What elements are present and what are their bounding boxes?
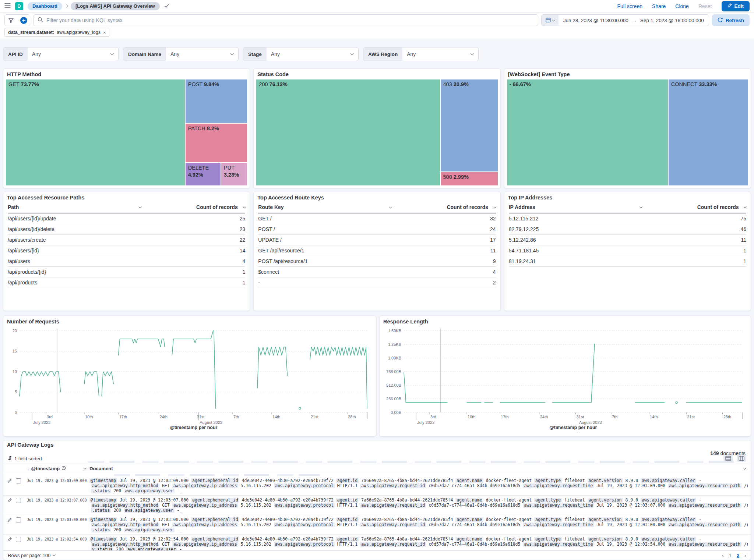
table-row[interactable]: /api/users/{id}/delete 23 <box>8 224 245 235</box>
filter-funnel-icon[interactable] <box>5 15 17 26</box>
panel-response-length: Response Length 0.00B256.00B512.00B768.0… <box>379 316 751 436</box>
table-row[interactable]: 54.71.181.45 1 <box>509 245 746 256</box>
table-row[interactable]: 82.79.12.225 46 <box>509 224 746 235</box>
panel-websocket-event-type: [WebSocket] Event Type - 66.67% CONNECT … <box>504 68 751 188</box>
filter-pill[interactable]: data_stream.dataset: aws.apigateway_logs… <box>4 28 109 37</box>
treemap-tile-500[interactable]: 500 2.99% <box>440 172 498 186</box>
page-1-button[interactable]: 1 <box>729 553 732 558</box>
clone-link[interactable]: Clone <box>675 3 689 9</box>
table-row[interactable]: POST /api/resource/1 9 <box>258 256 496 267</box>
prev-page-icon[interactable]: ‹ <box>722 553 724 558</box>
treemap-tile-put[interactable]: PUT 3.28% <box>221 163 247 186</box>
date-to[interactable]: Sep 1, 2023 @ 16:00:00.000 <box>640 18 704 23</box>
clock-icon <box>61 466 66 471</box>
breadcrumb-dashboard[interactable]: Dashboard <box>28 2 62 10</box>
table-row[interactable]: UPDATE / 17 <box>258 235 496 245</box>
table-row[interactable]: /api/products 1 <box>8 277 245 288</box>
kql-input[interactable] <box>46 17 534 23</box>
table-row[interactable]: 81.19.24.31 1 <box>509 256 746 267</box>
column-header-count-of-records[interactable]: Count of records <box>646 204 746 210</box>
svg-text:256.00B: 256.00B <box>386 397 401 401</box>
control-value: Any <box>166 51 231 57</box>
dashboard-canvas: API ID Any Domain Name Any Stage Any AWS… <box>0 39 754 560</box>
table-row[interactable]: /api/users 4 <box>8 256 245 267</box>
treemap-tile-patch[interactable]: PATCH 8.2% <box>185 123 248 163</box>
treemap-tile-200[interactable]: 200 76.12% <box>256 79 440 186</box>
row-checkbox[interactable] <box>16 537 21 542</box>
table-row[interactable]: - 2 <box>258 277 496 288</box>
panel-title: Top Accessed Route Keys <box>254 192 500 202</box>
treemap-tile-post[interactable]: POST 9.84% <box>185 79 248 123</box>
row-checkbox[interactable] <box>16 517 21 522</box>
reset-link[interactable]: Reset <box>698 3 712 9</box>
expand-row-icon[interactable] <box>3 498 16 515</box>
svg-text:31st: 31st <box>197 415 205 419</box>
menu-icon[interactable] <box>4 3 11 9</box>
breadcrumb: Dashboard [Logs AWS] API Gateway Overvie… <box>28 2 169 10</box>
treemap-tile-403[interactable]: 403 20.9% <box>440 79 498 172</box>
svg-text:0: 0 <box>15 410 17 415</box>
expand-row-icon[interactable] <box>3 537 16 550</box>
chevron-down-icon <box>243 205 246 208</box>
field-sorted-button[interactable]: 1 field sorted <box>8 456 42 462</box>
svg-text:3rd: 3rd <box>430 415 436 419</box>
control-api-id[interactable]: API ID Any <box>3 47 119 61</box>
rows-per-page-button[interactable]: Rows per page: 100 <box>8 553 55 558</box>
breadcrumb-current[interactable]: [Logs AWS] API Gateway Overview <box>71 2 160 10</box>
column-header-ip-address[interactable]: IP Address <box>509 204 646 210</box>
column-header-path[interactable]: Path <box>8 204 145 210</box>
table-row[interactable]: /api/users/{id} 14 <box>8 245 245 256</box>
treemap-tile-delete[interactable]: DELETE 4.92% <box>185 163 221 186</box>
svg-text:July 2023: July 2023 <box>417 420 434 425</box>
table-row[interactable]: POST / 24 <box>258 224 496 235</box>
control-stage[interactable]: Stage Any <box>243 47 359 61</box>
close-icon[interactable]: × <box>103 30 106 35</box>
data-table: Path Count of records /api/users/{id}/up… <box>3 202 250 288</box>
treemap-tile-get[interactable]: GET 73.77% <box>6 79 185 186</box>
share-link[interactable]: Share <box>652 3 666 9</box>
log-row: Jul 19, 2023 @ 12:03:00.000 @timestamp J… <box>3 515 751 535</box>
table-header: Route Key Count of records <box>258 202 496 213</box>
columns-icon[interactable] <box>737 455 746 462</box>
data-table: Route Key Count of records GET / 32 POST… <box>254 202 500 288</box>
table-row[interactable]: /api/users/create 22 <box>8 235 245 245</box>
calendar-icon <box>546 17 551 24</box>
date-from[interactable]: Jun 28, 2023 @ 11:30:00.000 <box>563 18 628 23</box>
full-screen-link[interactable]: Full screen <box>617 3 642 9</box>
column-header-route-key[interactable]: Route Key <box>258 204 396 210</box>
calendar-button[interactable] <box>542 15 559 26</box>
column-header-document[interactable]: Document <box>89 466 751 471</box>
add-filter-icon[interactable] <box>17 15 30 26</box>
table-header: Path Count of records <box>8 202 245 213</box>
table-row[interactable]: /api/products/{id} 1 <box>8 267 245 277</box>
row-checkbox[interactable] <box>16 478 21 483</box>
row-checkbox[interactable] <box>16 498 21 503</box>
table-row[interactable]: GET / 32 <box>258 213 496 224</box>
column-header-count-of-records[interactable]: Count of records <box>396 204 496 210</box>
svg-text:15: 15 <box>13 349 17 353</box>
table-row[interactable]: 5.12.242.86 11 <box>509 235 746 245</box>
column-header-timestamp[interactable]: ↓ @timestamp <box>27 466 89 471</box>
page-2-button[interactable]: 2 <box>737 553 740 558</box>
table-row[interactable]: GET /api/resource/1 11 <box>258 245 496 256</box>
log-row: Jul 19, 2023 @ 12:03:07.000 @timestamp J… <box>3 496 751 515</box>
table-row[interactable]: 5.12.115.212 75 <box>509 213 746 224</box>
app-logo[interactable]: D <box>15 2 23 10</box>
edit-button[interactable]: Edit <box>722 1 750 11</box>
next-page-icon[interactable]: › <box>745 553 747 558</box>
treemap-tile-item[interactable]: - 66.67% <box>507 79 668 186</box>
svg-text:5: 5 <box>15 390 17 394</box>
control-domain-name[interactable]: Domain Name Any <box>123 47 239 61</box>
panel-title: Status Code <box>254 69 500 78</box>
chevron-down-icon <box>53 553 56 556</box>
expand-row-icon[interactable] <box>3 478 16 495</box>
column-header-count-of-records[interactable]: Count of records <box>145 204 245 210</box>
control-aws-region[interactable]: AWS Region Any <box>363 47 479 61</box>
check-icon[interactable] <box>164 3 169 9</box>
expand-row-icon[interactable] <box>3 517 16 534</box>
treemap-tile-connect[interactable]: CONNECT 33.33% <box>668 79 748 186</box>
table-row[interactable]: $connect 4 <box>258 267 496 277</box>
table-row[interactable]: /api/users/{id}/update 25 <box>8 213 245 224</box>
log-document: @timestamp Jul 19, 2023 @ 12:03:07.000 a… <box>89 498 751 515</box>
refresh-button[interactable]: Refresh <box>712 14 750 26</box>
